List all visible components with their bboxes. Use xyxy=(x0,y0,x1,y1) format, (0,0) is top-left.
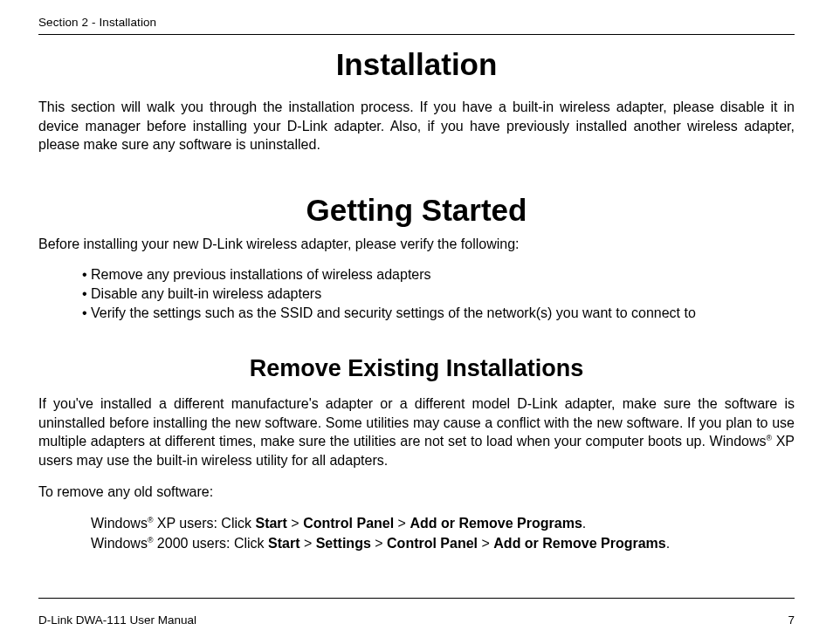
instruction-2000: Windows® 2000 users: Click Start > Setti… xyxy=(91,533,795,553)
list-item: Disable any built-in wireless adapters xyxy=(82,284,795,304)
instructions-block: Windows® XP users: Click Start > Control… xyxy=(38,513,795,553)
remove-existing-paragraph: If you've installed a different manufact… xyxy=(38,394,795,469)
step-item: Add or Remove Programs xyxy=(493,536,665,551)
page-footer: D-Link DWA-111 User Manual 7 xyxy=(38,613,795,627)
header-rule xyxy=(38,34,795,35)
os-text: 2000 users: Click xyxy=(153,536,268,551)
intro-paragraph: This section will walk you through the i… xyxy=(38,98,795,154)
step-item: Start xyxy=(268,536,299,551)
heading-remove-existing: Remove Existing Installations xyxy=(38,355,795,382)
os-prefix: Windows xyxy=(91,516,148,531)
heading-getting-started: Getting Started xyxy=(38,193,795,228)
os-text: XP users: Click xyxy=(153,516,255,531)
page-container: Section 2 - Installation Installation Th… xyxy=(0,0,833,644)
section-header-label: Section 2 - Installation xyxy=(38,16,795,29)
step-item: Control Panel xyxy=(303,516,394,531)
verify-bullet-list: Remove any previous installations of wir… xyxy=(38,265,795,322)
step-item: Add or Remove Programs xyxy=(410,516,582,531)
getting-started-intro: Before installing your new D-Link wirele… xyxy=(38,235,795,254)
instruction-xp: Windows® XP users: Click Start > Control… xyxy=(91,513,795,533)
footer-left-text: D-Link DWA-111 User Manual xyxy=(38,613,196,627)
step-item: Start xyxy=(255,516,286,531)
step-item: Control Panel xyxy=(387,536,478,551)
page-number: 7 xyxy=(788,613,795,627)
to-remove-label: To remove any old software: xyxy=(38,483,795,502)
list-item: Remove any previous installations of wir… xyxy=(82,265,795,284)
footer-rule xyxy=(38,598,795,599)
heading-installation: Installation xyxy=(38,47,795,82)
list-item: Verify the settings such as the SSID and… xyxy=(82,304,795,323)
remove-existing-text-1: If you've installed a different manufact… xyxy=(38,396,795,449)
step-item: Settings xyxy=(316,536,371,551)
os-prefix: Windows xyxy=(91,536,148,551)
